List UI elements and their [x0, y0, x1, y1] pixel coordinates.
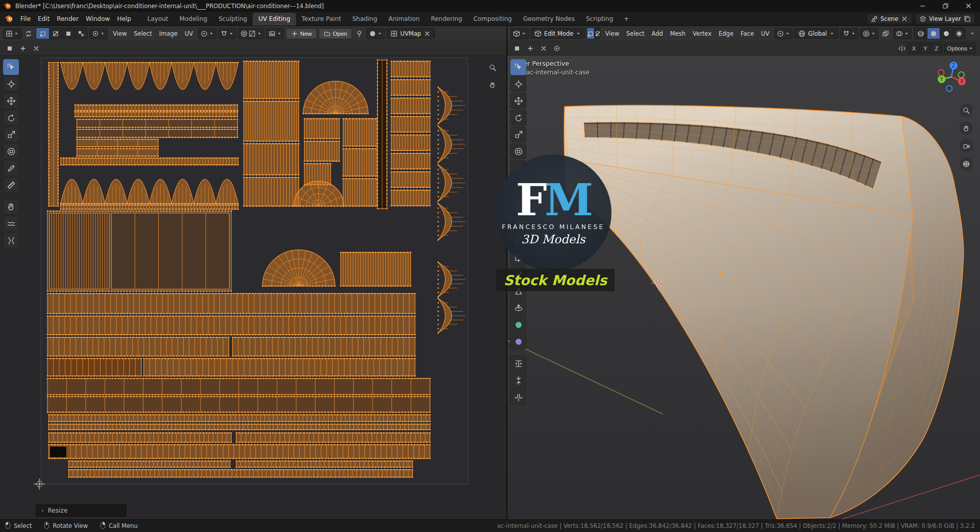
tool-inset-button[interactable] [510, 216, 526, 232]
image-new-button[interactable]: New [286, 28, 317, 39]
tool-transform-button[interactable] [3, 143, 19, 159]
image-browse-dropdown[interactable] [266, 28, 284, 39]
uv-sticky-select-dropdown[interactable] [89, 28, 108, 39]
tool-annotate-button[interactable] [510, 160, 526, 176]
tool-measure-button[interactable] [3, 177, 19, 193]
tool-randomize-button[interactable] [510, 334, 526, 349]
xray-toggle[interactable] [880, 28, 891, 39]
tool-rotate-button[interactable] [510, 110, 526, 125]
select-mode-extend-button[interactable] [525, 43, 536, 54]
uv-select-face-button[interactable] [62, 28, 75, 39]
app-menu-help[interactable]: Help [113, 14, 134, 24]
mesh-select-vertex-button[interactable] [587, 28, 594, 39]
uv-select-vertex-button[interactable] [36, 28, 49, 39]
tool-cursor-button[interactable] [3, 76, 19, 92]
scene-selector[interactable]: Scene [867, 13, 912, 24]
workspace-tab-animation[interactable]: Animation [383, 13, 425, 26]
snap-dropdown[interactable] [840, 28, 859, 39]
viewport-menu-vertex[interactable]: Vertex [689, 29, 715, 39]
viewport-menu-select[interactable]: Select [623, 29, 648, 39]
workspace-tab-scripting[interactable]: Scripting [580, 13, 619, 26]
tool-select-box-button[interactable] [3, 59, 19, 75]
tool-rotate-button[interactable] [3, 110, 19, 125]
image-open-button[interactable]: Open [318, 28, 352, 39]
add-workspace-button[interactable]: + [620, 13, 633, 25]
image-pin-toggle[interactable] [354, 28, 365, 39]
close-icon[interactable] [424, 30, 431, 37]
zoom-gizmo-button[interactable] [960, 104, 973, 117]
proportional-edit-dropdown[interactable] [860, 28, 878, 39]
workspace-tab-shading[interactable]: Shading [347, 13, 383, 26]
uv-menu-view[interactable]: View [109, 29, 130, 39]
tool-move-button[interactable] [510, 93, 526, 109]
uv-pivot-dropdown[interactable] [198, 28, 216, 39]
shading-solid-button[interactable] [927, 28, 940, 39]
select-mode-subtract-button[interactable] [538, 43, 549, 54]
uv-snap-dropdown[interactable] [218, 28, 236, 39]
zoom-gizmo-button[interactable] [486, 61, 499, 74]
uv-menu-image[interactable]: Image [156, 29, 181, 39]
tool-knife-button[interactable] [510, 266, 526, 282]
workspace-tab-compositing[interactable]: Compositing [468, 13, 517, 26]
workspace-tab-rendering[interactable]: Rendering [425, 13, 468, 26]
viewport-menu-view[interactable]: View [602, 29, 623, 39]
pan-gizmo-button[interactable] [960, 121, 973, 135]
mirror-x-toggle[interactable]: X [908, 43, 919, 53]
viewport-menu-uv[interactable]: UV [757, 29, 773, 39]
select-mode-subtract-button[interactable] [31, 43, 42, 54]
app-menu-edit[interactable]: Edit [34, 14, 53, 24]
tool-rip-button[interactable] [510, 389, 526, 405]
orientation-dropdown[interactable]: Global [794, 28, 839, 39]
uv-menu-uv[interactable]: UV [181, 29, 197, 39]
mirror-y-toggle[interactable]: Y [919, 43, 930, 53]
tool-pinch-button[interactable] [3, 233, 19, 248]
tool-spin-button[interactable] [510, 300, 526, 316]
tool-scale-button[interactable] [510, 126, 526, 142]
tool-loopcut-button[interactable] [510, 249, 526, 265]
view-layer-selector[interactable]: View Layer [915, 13, 975, 24]
tool-smooth-button[interactable] [510, 317, 526, 333]
restore-button[interactable] [934, 0, 957, 12]
camera-view-button[interactable] [960, 139, 973, 153]
pan-gizmo-button[interactable] [486, 78, 499, 91]
overlays-dropdown[interactable] [893, 28, 912, 39]
uv-sync-select-toggle[interactable] [23, 28, 34, 39]
viewport-menu-face[interactable]: Face [737, 29, 757, 39]
select-mode-set-button[interactable] [511, 43, 523, 54]
minimize-button[interactable] [911, 0, 934, 12]
options-dropdown[interactable]: Options [944, 43, 976, 54]
select-mode-intersect-button[interactable] [551, 43, 562, 54]
tool-cursor-button[interactable] [510, 76, 526, 92]
tool-relax-button[interactable] [3, 216, 19, 232]
blender-menu-icon[interactable] [5, 14, 14, 23]
uv-editor-type-dropdown[interactable] [3, 28, 21, 39]
tool-polybuild-button[interactable] [510, 283, 526, 299]
perspective-toggle-button[interactable] [960, 157, 973, 170]
workspace-tab-uv-editing[interactable]: UV Editing [253, 13, 296, 26]
navigation-gizmo[interactable]: XYZ [935, 61, 968, 93]
tool-bevel-button[interactable] [510, 233, 526, 248]
display-channels-dropdown[interactable] [366, 28, 385, 39]
viewport-menu-add[interactable]: Add [648, 29, 667, 39]
app-menu-render[interactable]: Render [53, 14, 82, 24]
close-button[interactable] [957, 0, 980, 12]
shading-rendered-button[interactable] [952, 28, 965, 39]
select-mode-set-button[interactable] [4, 43, 15, 54]
viewport-editor-type-dropdown[interactable] [510, 28, 529, 39]
tool-grab-button[interactable] [3, 199, 19, 215]
operator-redo-panel[interactable]: › Resize [36, 504, 127, 517]
uv-select-edge-button[interactable] [49, 28, 62, 39]
mode-dropdown[interactable]: Edit Mode [530, 28, 585, 39]
tool-transform-button[interactable] [510, 143, 526, 159]
new-view-layer-icon[interactable] [964, 15, 971, 22]
viewport-menu-edge[interactable]: Edge [715, 29, 737, 39]
uv-select-island-button[interactable] [75, 28, 87, 39]
select-mode-extend-button[interactable] [17, 43, 29, 54]
workspace-tab-modeling[interactable]: Modeling [174, 13, 213, 26]
shading-wireframe-button[interactable] [914, 28, 927, 39]
workspace-tab-texture-paint[interactable]: Texture Paint [296, 13, 347, 26]
tool-measure-button[interactable] [510, 177, 526, 193]
tool-annotate-button[interactable] [3, 160, 19, 176]
viewport-canvas[interactable] [507, 56, 980, 519]
uv-proportional-edit-dropdown[interactable] [238, 28, 264, 39]
